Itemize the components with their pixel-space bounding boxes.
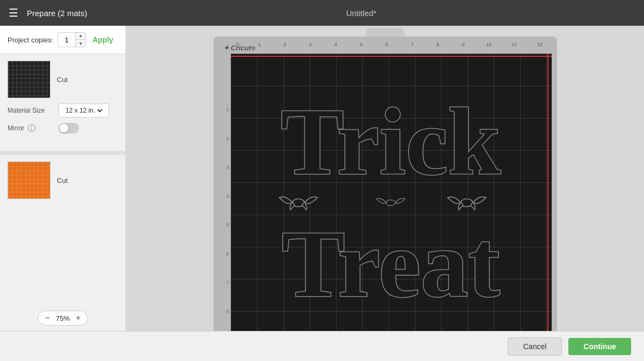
mat-grid-area: Trick Treat — [231, 54, 552, 331]
ruler-v-spacer — [219, 54, 231, 83]
ruler-v-5: 5 — [219, 199, 231, 228]
ruler-v-6: 6 — [219, 227, 231, 256]
project-copies-label: Project copies: — [8, 36, 53, 44]
ruler-v-3: 3 — [219, 141, 231, 170]
continue-button[interactable]: Continue — [568, 338, 631, 355]
ruler-h-8: 8 — [425, 42, 451, 53]
mirror-label: Mirror i — [8, 124, 58, 132]
zoom-level: 75% — [53, 314, 72, 322]
copies-decrement[interactable]: ▼ — [76, 40, 85, 47]
document-name: Untitled* — [87, 9, 635, 18]
ruler-v-9: 9 — [219, 314, 231, 331]
ruler-v-4: 4 — [219, 170, 231, 199]
mat1-header: Cut — [8, 61, 118, 98]
sidebar-panels: Cut Material Size 12 x 12 in. 12 x 24 in… — [0, 54, 126, 304]
zoom-decrease-button[interactable]: − — [45, 313, 50, 323]
trick-treat-svg: Trick Treat — [246, 68, 535, 329]
mat1-panel: Cut Material Size 12 x 12 in. 12 x 24 in… — [0, 54, 126, 151]
mat2-panel: Cut — [0, 151, 126, 211]
cricut-mat-wrapper: ✦ Cricut® 0 1 2 3 4 5 6 7 8 9 — [214, 36, 557, 331]
mat2-thumbnail[interactable] — [8, 161, 50, 199]
ruler-v-8: 8 — [219, 285, 231, 314]
canvas-area: ✦ Cricut® 0 1 2 3 4 5 6 7 8 9 — [126, 26, 644, 331]
ruler-h-7: 7 — [400, 42, 426, 53]
zoom-increase-button[interactable]: + — [76, 313, 80, 323]
copies-increment[interactable]: ▲ — [76, 32, 85, 40]
apply-button[interactable]: Apply — [90, 35, 115, 44]
ruler-h-2: 2 — [272, 42, 298, 53]
svg-text:Trick: Trick — [281, 89, 501, 194]
ruler-h-12: 12 — [527, 42, 553, 53]
mat1-settings: Material Size 12 x 12 in. 12 x 24 in. Mi… — [8, 104, 118, 144]
mat-body: 1 2 3 4 5 6 7 8 9 — [219, 54, 552, 331]
zoom-controls: − 75% + — [38, 311, 88, 326]
toggle-knob — [60, 124, 68, 132]
mat2-header: Cut — [8, 161, 118, 199]
ruler-v-2: 2 — [219, 112, 231, 141]
cricut-logo: ✦ Cricut® — [223, 44, 255, 52]
sidebar: Project copies: ▲ ▼ Apply Cut — [0, 26, 126, 331]
ruler-v-7: 7 — [219, 256, 231, 285]
mat1-label: Cut — [57, 76, 68, 84]
project-copies-bar: Project copies: ▲ ▼ Apply — [0, 26, 126, 54]
ruler-h-10: 10 — [476, 42, 502, 53]
mirror-row: Mirror i — [8, 123, 118, 134]
cricut-mat: ✦ Cricut® 0 1 2 3 4 5 6 7 8 9 — [214, 36, 557, 331]
ruler-h-9: 9 — [451, 42, 477, 53]
zoom-area: − 75% + — [0, 304, 126, 331]
svg-point-4 — [386, 200, 396, 206]
mirror-info-icon[interactable]: i — [28, 124, 35, 132]
material-size-row: Material Size 12 x 12 in. 12 x 24 in. — [8, 104, 118, 117]
header-title: Prepare (2 mats) — [27, 9, 87, 18]
mat1-thumbnail[interactable] — [8, 61, 50, 98]
ruler-v-1: 1 — [219, 83, 231, 112]
copies-input[interactable] — [58, 33, 75, 47]
header: ☰ Prepare (2 mats) Untitled* — [0, 0, 644, 26]
copies-spinners: ▲ ▼ — [75, 32, 85, 47]
menu-icon[interactable]: ☰ — [9, 6, 18, 19]
ruler-h-6: 6 — [374, 42, 400, 53]
material-size-select[interactable]: 12 x 12 in. 12 x 24 in. — [58, 104, 109, 117]
mirror-toggle[interactable] — [58, 123, 79, 134]
ruler-h-3: 3 — [298, 42, 324, 53]
cancel-button[interactable]: Cancel — [508, 337, 562, 356]
svg-text:Treat: Treat — [282, 211, 500, 316]
footer: Cancel Continue — [0, 331, 644, 361]
ruler-h: 0 1 2 3 4 5 6 7 8 9 10 11 12 — [229, 42, 553, 53]
material-size-label: Material Size — [8, 107, 58, 114]
main-content: Project copies: ▲ ▼ Apply Cut — [0, 26, 644, 331]
ruler-h-inner: 0 1 2 3 4 5 6 7 8 9 10 11 12 — [229, 42, 553, 53]
ruler-h-4: 4 — [323, 42, 349, 53]
ruler-h-11: 11 — [502, 42, 528, 53]
mat-art: Trick Treat — [231, 54, 552, 331]
mat2-label: Cut — [57, 176, 68, 185]
material-size-dropdown[interactable]: 12 x 12 in. 12 x 24 in. — [63, 106, 104, 115]
ruler-v: 1 2 3 4 5 6 7 8 9 — [219, 54, 231, 331]
ruler-h-5: 5 — [349, 42, 375, 53]
copies-input-group: ▲ ▼ — [57, 32, 86, 47]
